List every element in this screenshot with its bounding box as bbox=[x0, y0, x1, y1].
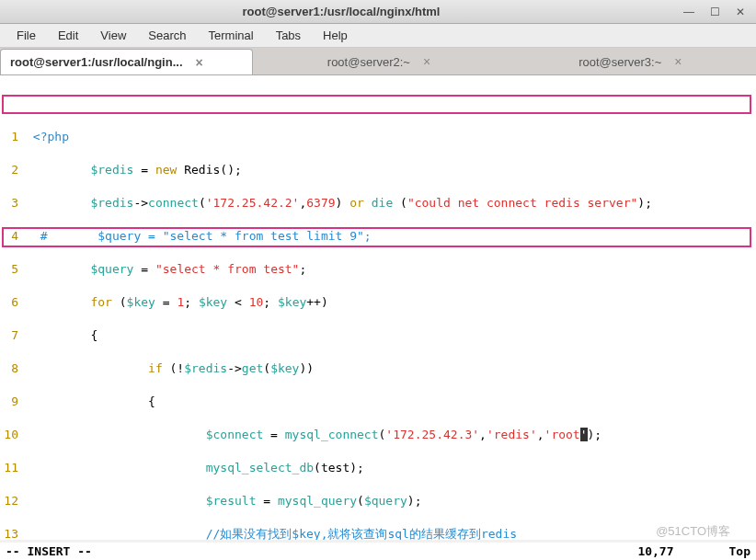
menu-terminal[interactable]: Terminal bbox=[200, 27, 263, 44]
menu-file[interactable]: File bbox=[7, 27, 45, 44]
close-button[interactable]: ✕ bbox=[734, 6, 747, 18]
tab-server2[interactable]: root@server2:~ × bbox=[253, 49, 504, 74]
minimize-button[interactable]: — bbox=[682, 6, 695, 18]
maximize-button[interactable]: ☐ bbox=[708, 6, 721, 18]
tab-label: root@server1:/usr/local/ngin... bbox=[10, 55, 183, 69]
tab-server1[interactable]: root@server1:/usr/local/ngin... × bbox=[0, 49, 253, 74]
menu-view[interactable]: View bbox=[91, 27, 135, 44]
menu-help[interactable]: Help bbox=[314, 27, 357, 44]
close-icon[interactable]: × bbox=[423, 54, 430, 69]
window-title: root@server1:/usr/local/nginx/html bbox=[0, 5, 682, 18]
cursor-position: 10,77 bbox=[637, 544, 673, 558]
highlight-box-1 bbox=[2, 95, 751, 114]
vim-mode: -- INSERT -- bbox=[6, 544, 637, 558]
titlebar: root@server1:/usr/local/nginx/html — ☐ ✕ bbox=[0, 0, 756, 24]
menubar: File Edit View Search Terminal Tabs Help bbox=[0, 24, 756, 48]
tab-label: root@server2:~ bbox=[327, 55, 410, 69]
menu-tabs[interactable]: Tabs bbox=[267, 27, 310, 44]
statusbar: -- INSERT -- 10,77 Top bbox=[0, 543, 756, 560]
tab-label: root@server3:~ bbox=[578, 55, 661, 69]
editor[interactable]: 1 <?php 2 $redis = new Redis(); 3 $redis… bbox=[0, 75, 756, 540]
close-icon[interactable]: × bbox=[196, 55, 203, 70]
close-icon[interactable]: × bbox=[674, 54, 682, 69]
menu-search[interactable]: Search bbox=[139, 27, 195, 44]
scroll-position: Top bbox=[729, 544, 750, 558]
tab-server3[interactable]: root@server3:~ × bbox=[505, 49, 756, 74]
watermark: @51CTO博客 bbox=[656, 523, 730, 540]
menu-edit[interactable]: Edit bbox=[49, 27, 87, 44]
tabbar: root@server1:/usr/local/ngin... × root@s… bbox=[0, 48, 756, 75]
